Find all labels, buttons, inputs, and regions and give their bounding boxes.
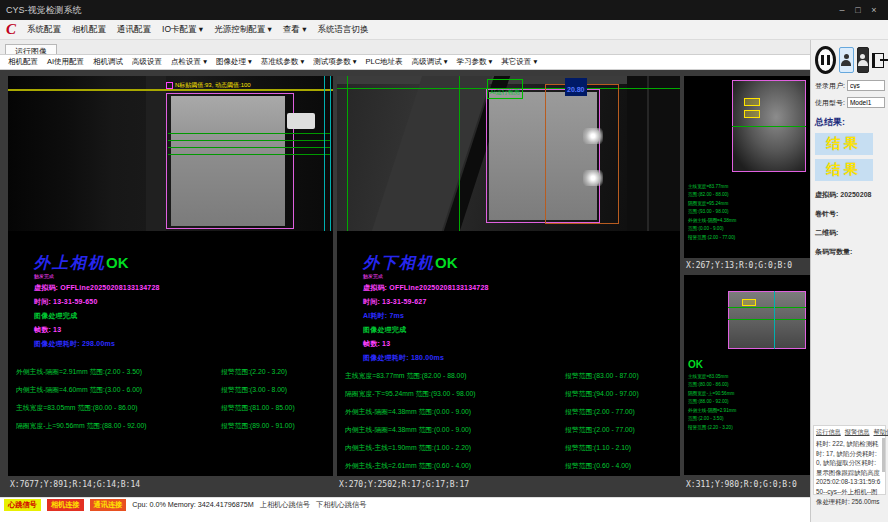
measurement-list: 主线宽度=83.77mm 范围:(82.00 - 88.00)报警范围:(83.… [345,371,672,471]
cpu-memory-status: Cpu: 0.0% Memory: 3424.41796875M [132,500,253,509]
measurement-row: 外侧主线-隔圈=2.91mm 范围:(2.00 - 3.50)报警范围:(2.2… [16,367,325,377]
lower-camera-heartbeat[interactable]: 下相机心跳信号 [316,500,366,510]
result-display-lower: 结果 [815,159,873,181]
user-button[interactable] [839,47,853,73]
pixel-info-caption-middle: X:270;Y:2502;R:17;G:17;B:17 [339,480,469,489]
small-line: 报警范围:(2.00 - 77.00) [688,235,807,240]
toolbar-item-test-params[interactable]: 测试项参数 ▾ [313,57,356,67]
small-line: 范围:(2.00 - 3.50) [688,416,807,421]
tab-strip: 运行图像 [0,40,810,54]
alarm-range: 报警范围:(2.00 - 77.00) [565,425,635,435]
close-button[interactable]: × [866,5,882,15]
measurement-row: 隔圈宽度-上=90.56mm 范围:(88.00 - 92.00)报警范围:(8… [16,421,325,431]
camera-image-outer-upper[interactable]: N标贴阈值:93, 动态阈值:100 [8,76,333,231]
menu-item-camera-config[interactable]: 相机配置 [72,24,106,36]
alarm-range: 报警范围:(2.20 - 3.20) [221,367,287,377]
overlay-green-line [728,307,806,308]
overlay-marker-icon [166,82,173,89]
control-buttons [815,46,885,74]
toolbar-item-baseline-params[interactable]: 基准线参数 ▾ [261,57,304,67]
alarm-range: 报警范围:(3.00 - 8.00) [221,385,287,395]
overlay-green-line [347,76,348,231]
measurement-value: 隔圈宽度-下=95.24mm 范围:(93.00 - 98.00) [345,389,565,399]
toolbar-item-plc-address[interactable]: PLC地址表 [366,57,403,67]
maximize-button[interactable]: □ [850,5,866,15]
menu-bar: C 系统配置 相机配置 通讯配置 IO卡配置 ▾ 光源控制配置 ▾ 查看 ▾ 系… [0,20,888,40]
login-user-input[interactable] [847,80,885,91]
toolbar-item-camera-config[interactable]: 相机配置 [8,57,38,67]
upper-camera-heartbeat[interactable]: 上相机心跳信号 [260,500,310,510]
barcode-line: 虚拟码: OFFLine20250208133134728 [34,283,325,293]
toolbar-item-image-processing[interactable]: 图像处理 ▾ [216,57,252,67]
ai-detect-label: AI运行检测 [487,79,523,99]
small-line: 主线宽度=83.05mm [688,374,807,379]
menu-item-language-switch[interactable]: 系统语言切换 [317,24,368,36]
window-title: CYS-视觉检测系统 [6,4,82,17]
overlay-green-line [168,140,331,141]
pause-button[interactable] [815,46,836,74]
toolbar-item-other-settings[interactable]: 其它设置 ▾ [501,57,537,67]
alarm-range: 报警范围:(2.00 - 77.00) [565,407,635,417]
overlay-green-line [168,133,331,134]
small-line: 外侧主线-隔圈=2.91mm [688,408,807,413]
exit-button[interactable] [872,47,885,73]
operator-button[interactable] [857,47,869,73]
camera-connect-badge: 相机连接 [47,499,84,511]
log-scrollbar[interactable] [882,438,885,472]
camera-title: 外下相机 [363,254,435,271]
menu-item-light-config[interactable]: 光源控制配置 ▾ [214,24,272,36]
menu-item-view[interactable]: 查看 ▾ [283,24,307,36]
toolbar-item-learning-params[interactable]: 学习参数 ▾ [456,57,492,67]
small-line: 范围:(80.00 - 86.00) [688,382,807,387]
app-window: CYS-视觉检测系统 – □ × C 系统配置 相机配置 通讯配置 IO卡配置 … [0,0,888,522]
overlay-cyan-line [324,76,325,231]
measurement-value: 外侧主线-隔圈=4.38mm 范围:(0.00 - 9.00) [345,407,565,417]
menu-item-comm-config[interactable]: 通讯配置 [117,24,151,36]
camera-ok-status: OK [435,254,458,271]
person-icon [858,54,868,66]
overlay-cyan-line [774,291,775,349]
time-line: 时间: 13-31-59-627 [363,297,672,307]
ai-score-box: 20.80 [565,78,587,96]
measurement-list: 外侧主线-隔圈=2.91mm 范围:(2.00 - 3.50)报警范围:(2.2… [16,367,325,431]
info-tab-alarm[interactable]: 报警信息 [845,428,870,437]
product-region [728,291,806,349]
measurement-row: 隔圈宽度-下=95.24mm 范围:(93.00 - 98.00)报警范围:(9… [345,389,672,399]
camera-panel-small-top: 主线宽度=83.77mm 范围:(82.00 - 88.00) 隔圈宽度=95.… [684,76,810,258]
overlay-green-line [732,126,806,127]
status-bar: 心跳信号 相机连接 通讯连接 Cpu: 0.0% Memory: 3424.41… [0,497,810,522]
model-input[interactable] [847,97,885,108]
minimize-button[interactable]: – [834,5,850,15]
main-area: N标贴阈值:93, 动态阈值:100 外上相机OK 触发完成 虚拟码: OFFL… [0,70,888,497]
menu-item-system-config[interactable]: 系统配置 [27,24,61,36]
app-logo-icon: C [6,21,16,38]
overlay-threshold-label: N标贴阈值:93, 动态阈值:100 [166,81,251,90]
measurement-value: 内侧主线-隔圈=4.38mm 范围:(0.00 - 9.00) [345,425,565,435]
measurement-row: 外侧主线-主线=2.61mm 范围:(0.60 - 4.00)报警范围:(0.6… [345,461,672,471]
process-done-line: 图像处理完成 [363,325,672,335]
toolbar-item-camera-debug[interactable]: 相机调试 [93,57,123,67]
product-region [171,96,285,226]
menu-item-io-config[interactable]: IO卡配置 ▾ [162,24,203,36]
process-time-line: 图像处理耗时: 298.00ms [34,339,325,349]
camera-title: 外上相机 [34,254,106,271]
overlay-yellow-box [744,98,760,106]
info-tab-help[interactable]: 帮助信息 [874,428,888,437]
frame-count-line: 帧数: 13 [363,339,672,349]
info-tab-run[interactable]: 运行信息 [816,428,841,437]
camera-image-small-bottom[interactable] [684,275,810,357]
small-line: 范围:(93.00 - 98.00) [688,209,807,214]
camera-image-small-top[interactable] [684,76,810,176]
camera-image-outer-lower[interactable]: AI运行检测 20.80 [337,76,680,231]
small-line: 范围:(82.00 - 88.00) [688,192,807,197]
log-text: 耗时: 222, 缺陷检测耗时: 17, 缺陷分类耗时: 0, 缺陷提取分区耗时… [816,439,883,506]
title-bar: CYS-视觉检测系统 – □ × [0,0,888,20]
toolbar-item-ai-config[interactable]: AI使用配置 [47,57,84,67]
person-icon [841,54,851,66]
toolbar-item-advanced-settings[interactable]: 高级设置 [132,57,162,67]
toolbar-item-spot-check[interactable]: 点检设置 ▾ [171,57,207,67]
small-result-lines: OK 主线宽度=83.05mm 范围:(80.00 - 86.00) 隔圈宽度-… [684,357,810,430]
overlay-green-line [168,154,331,155]
toolbar-item-advanced-debug[interactable]: 高级调试 ▾ [412,57,448,67]
overlay-green-line [459,76,460,231]
